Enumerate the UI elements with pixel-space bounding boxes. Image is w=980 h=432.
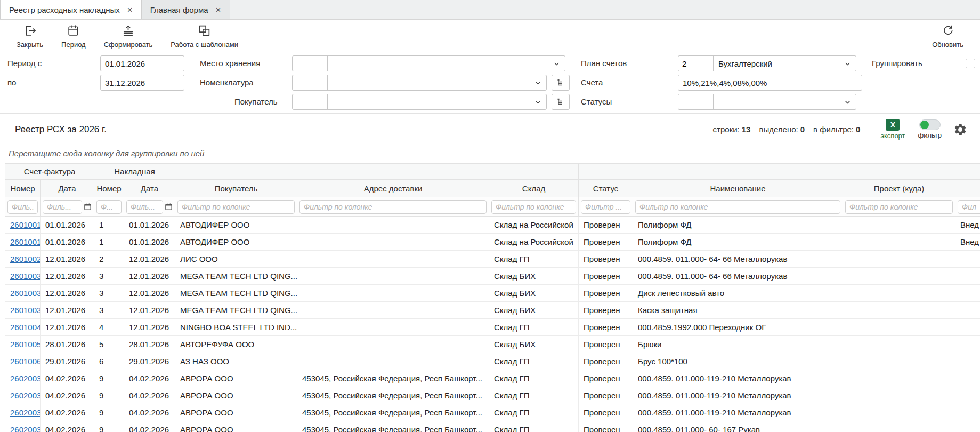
nomenclature-tree-button[interactable] — [552, 75, 570, 91]
cell-waybill-date: 04.02.2026 — [124, 370, 175, 387]
filter-toggle-label: фильтр — [918, 131, 942, 139]
invoice-number-link[interactable]: 2601006 — [10, 357, 41, 366]
column-header-warehouse[interactable]: Склад — [489, 180, 579, 197]
table-row[interactable]: 260100312.01.2026312.01.2026MEGA TEAM TE… — [5, 268, 980, 285]
cell-extra: Внед — [955, 217, 980, 234]
table-row[interactable]: 260200304.02.2026904.02.2026АВРОРА ООО45… — [5, 370, 980, 387]
chart-of-accounts-label: План счетов — [581, 55, 627, 71]
invoice-number-link[interactable]: 2601001 — [10, 220, 41, 229]
table-row[interactable]: 260100312.01.2026312.01.2026MEGA TEAM TE… — [5, 302, 980, 319]
filter-warehouse-input[interactable] — [491, 200, 576, 214]
filter-toggle[interactable]: фильтр — [918, 119, 942, 139]
column-header-buyer[interactable]: Покупатель — [175, 180, 297, 197]
invoice-number-link[interactable]: 2602003 — [10, 408, 41, 417]
column-header-waybill-number[interactable]: Номер — [94, 180, 124, 197]
storage-combo[interactable] — [292, 55, 565, 71]
buyer-tree-button[interactable] — [552, 94, 570, 110]
chevron-down-icon — [844, 99, 851, 106]
tab-main-form[interactable]: Главная форма × — [142, 0, 230, 19]
table-row[interactable]: 260200304.02.2026904.02.2026АВРОРА ООО45… — [5, 421, 980, 432]
invoice-number-link[interactable]: 2601003 — [10, 289, 41, 298]
table-row[interactable]: 260100101.01.2026101.01.2026АВТОДИФЕР ОО… — [5, 234, 980, 251]
invoice-number-link[interactable]: 2602003 — [10, 425, 41, 432]
column-header-item-name[interactable]: Наименование — [633, 180, 843, 197]
cell-item-name: Полиформ ФД — [633, 234, 843, 251]
column-header-status[interactable]: Статус — [579, 180, 633, 197]
invoice-number-link[interactable]: 2601003 — [10, 306, 41, 315]
invoice-number-link[interactable]: 2602003 — [10, 374, 41, 383]
generate-button[interactable]: Сформировать — [95, 24, 162, 49]
statuses-code-input[interactable] — [678, 94, 714, 109]
chevron-down-icon — [553, 60, 560, 67]
cell-warehouse: Склад ГП — [489, 404, 579, 421]
filter-waybill-date-input[interactable] — [126, 200, 163, 214]
calendar-icon[interactable] — [84, 203, 92, 211]
invoice-number-link[interactable]: 2601002 — [10, 254, 41, 263]
column-header-invoice-date[interactable]: Дата — [41, 180, 94, 197]
gear-icon — [953, 123, 967, 137]
table-row[interactable]: 260100312.01.2026312.01.2026MEGA TEAM TE… — [5, 285, 980, 302]
cell-delivery-address: 453045, Российская Федерация, Респ Башко… — [297, 370, 489, 387]
column-header-extra[interactable] — [955, 180, 980, 197]
invoice-number-link[interactable]: 2601004 — [10, 323, 41, 332]
cell-extra — [955, 421, 980, 432]
invoice-number-link[interactable]: 2601005 — [10, 340, 41, 349]
group-drop-zone[interactable]: Перетащите сюда колонку для группировки … — [0, 143, 980, 163]
nomenclature-combo[interactable] — [292, 75, 547, 91]
table-row[interactable]: 260200304.02.2026904.02.2026АВРОРА ООО45… — [5, 387, 980, 404]
calendar-icon[interactable] — [165, 203, 173, 211]
grouping-checkbox[interactable] — [966, 59, 975, 68]
export-button[interactable]: X экспорт — [880, 119, 905, 140]
chart-of-accounts-code-input[interactable] — [678, 56, 714, 71]
filter-status-input[interactable] — [581, 200, 630, 214]
column-header-invoice-number[interactable]: Номер — [5, 180, 41, 197]
cell-invoice-number: 2602003 — [5, 421, 41, 432]
register-table-wrap: Счет-фактура Накладная Номер Дата Номер … — [5, 163, 980, 432]
table-row[interactable]: 260100629.01.2026629.01.2026АЗ НАЗ ОООСк… — [5, 353, 980, 370]
table-row[interactable]: 260100212.01.2026212.01.2026ЛИС ОООСклад… — [5, 251, 980, 268]
column-header-waybill-date[interactable]: Дата — [124, 180, 175, 197]
table-row[interactable]: 260100101.01.2026101.01.2026АВТОДИФЕР ОО… — [5, 217, 980, 234]
filter-invoice-date-input[interactable] — [43, 200, 82, 214]
filter-project-input[interactable] — [845, 200, 953, 214]
templates-button[interactable]: Работа с шаблонами — [161, 24, 247, 49]
period-to-input[interactable] — [100, 75, 184, 91]
buyer-code-input[interactable] — [293, 94, 328, 109]
settings-button[interactable] — [953, 123, 967, 137]
group-header-waybill[interactable]: Накладная — [94, 164, 175, 180]
cell-invoice-date: 04.02.2026 — [41, 387, 94, 404]
filter-extra-input[interactable] — [958, 200, 980, 214]
column-header-project[interactable]: Проект (куда) — [843, 180, 955, 197]
invoice-number-link[interactable]: 2602003 — [10, 391, 41, 400]
cell-delivery-address — [297, 319, 489, 336]
group-header-invoice[interactable]: Счет-фактура — [5, 164, 94, 180]
invoice-number-link[interactable]: 2601003 — [10, 271, 41, 281]
statuses-combo[interactable] — [678, 94, 856, 110]
filter-waybill-number-input[interactable] — [96, 200, 122, 214]
tab-register[interactable]: Реестр расходных накладных × — [0, 0, 142, 19]
filter-item-name-input[interactable] — [635, 200, 840, 214]
chart-of-accounts-combo[interactable]: Бухгалтерский — [678, 55, 856, 71]
close-icon[interactable]: × — [127, 5, 133, 14]
invoice-number-link[interactable]: 2601001 — [10, 237, 41, 246]
hierarchy-icon — [556, 78, 565, 87]
filter-buyer-input[interactable] — [177, 200, 295, 214]
nomenclature-code-input[interactable] — [293, 75, 328, 90]
cell-item-name: Каска защитная — [633, 302, 843, 319]
table-row[interactable]: 260100412.01.2026412.01.2026NINGBO BOA S… — [5, 319, 980, 336]
close-button[interactable]: Закрыть — [7, 24, 52, 49]
cell-waybill-number: 9 — [94, 370, 124, 387]
cell-waybill-date: 29.01.2026 — [124, 353, 175, 370]
buyer-combo[interactable] — [292, 94, 547, 110]
storage-code-input[interactable] — [293, 56, 328, 71]
table-row[interactable]: 260200304.02.2026904.02.2026АВРОРА ООО45… — [5, 404, 980, 421]
period-from-input[interactable] — [100, 55, 184, 71]
refresh-button[interactable]: Обновить — [923, 24, 973, 49]
filter-address-input[interactable] — [299, 200, 487, 214]
accounts-input[interactable] — [678, 75, 862, 91]
period-button[interactable]: Период — [52, 24, 95, 49]
table-row[interactable]: 260100528.01.2026528.01.2026АВТОРЕФУФА О… — [5, 336, 980, 353]
close-icon[interactable]: × — [216, 5, 221, 14]
filter-invoice-number-input[interactable] — [7, 200, 38, 214]
column-header-delivery-address[interactable]: Адрес доставки — [297, 180, 489, 197]
